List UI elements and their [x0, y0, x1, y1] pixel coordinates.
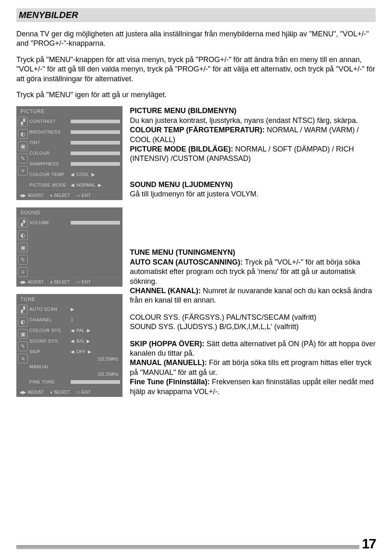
list-icon: ≡ [18, 166, 28, 176]
picture-text1: Du kan justera kontrast, ljusstyrka, nya… [130, 116, 358, 125]
footer-rule [16, 545, 359, 549]
colourtemp-label: COLOUR TEMP (FÄRGTEMPERATUR): [130, 126, 267, 134]
row-sharpness[interactable]: SHARPNESS [29, 158, 120, 169]
row-channel[interactable]: CHANNEL1 [29, 314, 120, 325]
page-number: 17 [362, 536, 376, 552]
exit-icon: ▭ [76, 193, 80, 198]
right-arrow-icon[interactable]: ▶ [71, 307, 74, 312]
row-autoscan[interactable]: AUTO SCAN▶ [29, 304, 120, 314]
soundsys-text: SOUND SYS. (LJUDSYS.) B/G,D/K,I,M,L,L' (… [130, 323, 299, 331]
brightness-icon: ◐ [18, 230, 28, 240]
row-brightness[interactable]: BRIGHTNESS [29, 127, 120, 137]
section-picture: PICTURE MENU (BILDMENYN) Du kan justera … [130, 106, 376, 163]
manual-label: MANUAL (MANUELL): [130, 359, 209, 367]
right-arrow-icon[interactable]: ▶ [91, 172, 95, 177]
brightness-icon: ◐ [18, 317, 28, 327]
para1: Tryck på "MENU"-knappen för att visa men… [16, 55, 376, 84]
page-header: MENYBILDER [16, 8, 376, 22]
lr-arrow-icon: ◀▶ [20, 390, 26, 394]
picture-icon: ▞ [18, 218, 28, 228]
autoscan-label: AUTO SCAN (AUTOSCANNING): [130, 258, 245, 266]
tools-icon: ✎ [18, 154, 28, 163]
row-soundsys[interactable]: SOUND SYS.◀B/G▶ [29, 336, 120, 346]
left-arrow-icon[interactable]: ◀ [71, 349, 74, 354]
channel-label: CHANNEL (KANAL): [130, 287, 203, 295]
panel-footer: ◀▶ADJUST ♦SELECT ▭EXIT [16, 190, 122, 200]
sound-panel-title: SOUND [16, 207, 122, 217]
tv-icon: ▣ [18, 141, 28, 151]
left-arrow-icon[interactable]: ◀ [71, 339, 74, 344]
tune-panel: TUNE ▞ ◐ ▣ ✎ ≡ AUTO SCAN▶ CHANNEL1 COLOU… [16, 294, 122, 397]
ud-arrow-icon: ♦ [50, 390, 52, 394]
exit-icon: ▭ [76, 280, 80, 284]
slider-volume[interactable] [71, 221, 120, 225]
slider-finetune[interactable] [71, 380, 120, 384]
row-coloursys[interactable]: COLOUR SYS.◀PAL▶ [29, 325, 120, 336]
lr-arrow-icon: ◀▶ [20, 280, 26, 284]
row-contrast[interactable]: CONTRAST [29, 116, 120, 127]
coloursys-text: COLOUR SYS. (FÄRGSYS.) PAL/NTSC/SECAM (v… [130, 313, 316, 321]
right-arrow-icon[interactable]: ▶ [87, 328, 90, 333]
sound-panel: SOUND ▞ ◐ ▣ ✎ ≡ VOLUME ◀▶ADJUST ♦SELE [16, 207, 122, 287]
slider-sharpness[interactable] [71, 162, 120, 166]
picmode-label: PICTURE MODE (BILDLÄGE): [130, 145, 235, 153]
lr-arrow-icon: ◀▶ [20, 193, 26, 198]
sound-heading: SOUND MENU (LJUDMENYN) [130, 180, 233, 189]
left-arrow-icon[interactable]: ◀ [71, 172, 74, 177]
slider-colour[interactable] [71, 151, 120, 155]
tune-heading: TUNE MENU (TUNINGMENYN) [130, 248, 235, 256]
slider-brightness[interactable] [71, 130, 120, 134]
picture-panel-title: PICTURE [16, 106, 122, 116]
slider-tint[interactable] [71, 141, 120, 145]
para2: Tryck på "MENU" igen för att gå ur menyl… [16, 90, 376, 100]
row-colour[interactable]: COLOUR [29, 148, 120, 158]
tv-icon: ▣ [18, 243, 28, 252]
tools-icon: ✎ [18, 255, 28, 265]
list-icon: ≡ [18, 267, 28, 277]
section-sound: SOUND MENU (LJUDMENYN) Gå till ljudmenyn… [130, 180, 376, 199]
finetune-label: Fine Tune (Fininställa): [130, 378, 212, 386]
left-arrow-icon[interactable]: ◀ [71, 183, 74, 188]
left-arrow-icon[interactable]: ◀ [71, 328, 74, 333]
ud-arrow-icon: ♦ [50, 193, 52, 198]
list-icon: ≡ [18, 354, 28, 363]
right-arrow-icon[interactable]: ▶ [98, 183, 101, 188]
panel-footer: ◀▶ADJUST ♦SELECT ▭EXIT [16, 387, 122, 397]
brightness-icon: ◐ [18, 129, 28, 139]
row-picmode[interactable]: PICTURE MODE◀NORMAL▶ [29, 180, 120, 190]
intro-text: Denna TV ger dig möjligheten att justera… [16, 29, 376, 49]
row-volume[interactable]: VOLUME [29, 217, 120, 228]
tune-panel-title: TUNE [16, 294, 122, 304]
row-manual[interactable]: MANUAL [29, 361, 120, 372]
section-tune: TUNE MENU (TUNINGMENYN) AUTO SCAN (AUTOS… [130, 248, 376, 396]
panel-footer: ◀▶ADJUST ♦SELECT ▭EXIT [16, 277, 122, 287]
right-arrow-icon[interactable]: ▶ [88, 349, 91, 354]
row-colourtemp[interactable]: COLOUR TEMP◀COOL▶ [29, 169, 120, 180]
exit-icon: ▭ [76, 390, 80, 394]
freq-value: 152.25MHz [29, 357, 120, 361]
freq-value: 152.25MHz [29, 372, 120, 376]
skip-label: SKIP (HOPPA ÖVER): [130, 340, 207, 348]
row-skip[interactable]: SKIP◀OFF▶ [29, 346, 120, 357]
row-finetune[interactable]: FINE TUNE [29, 376, 120, 387]
right-arrow-icon[interactable]: ▶ [87, 339, 90, 344]
picture-icon: ▞ [18, 117, 28, 127]
tv-icon: ▣ [18, 329, 28, 339]
picture-panel: PICTURE ▞ ◐ ▣ ✎ ≡ CONTRAST BRIGHTNESS TI… [16, 106, 122, 200]
tools-icon: ✎ [18, 341, 28, 351]
ud-arrow-icon: ♦ [50, 280, 52, 284]
picture-icon: ▞ [18, 305, 28, 314]
slider-contrast[interactable] [71, 120, 120, 123]
sound-text: Gå till ljudmenyn för att justera VOLYM. [130, 190, 258, 198]
picture-heading: PICTURE MENU (BILDMENYN) [130, 107, 236, 115]
row-tint[interactable]: TINT [29, 137, 120, 148]
